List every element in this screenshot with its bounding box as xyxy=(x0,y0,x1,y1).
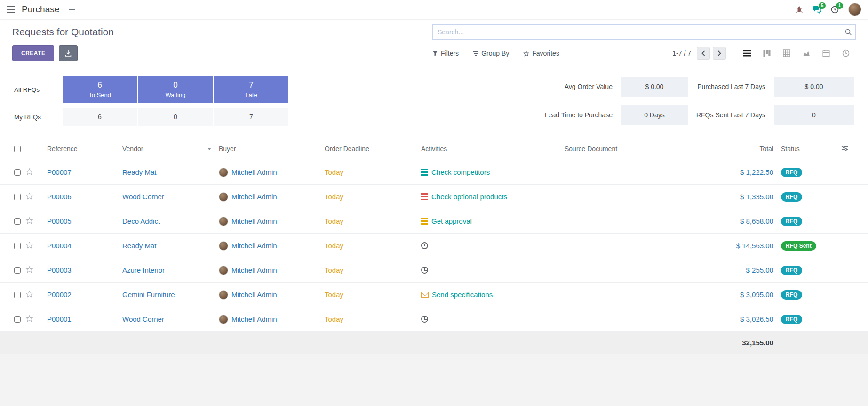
favorites-button[interactable]: Favorites xyxy=(523,49,559,57)
header-order-deadline[interactable]: Order Deadline xyxy=(321,137,417,160)
row-checkbox[interactable] xyxy=(14,292,21,298)
table-row[interactable]: P00004 Ready Mat Mitchell Admin Today $ … xyxy=(0,234,868,258)
list-icon xyxy=(743,49,751,57)
buyer-link[interactable]: Mitchell Admin xyxy=(231,242,277,250)
header-activities[interactable]: Activities xyxy=(417,137,561,160)
calendar-view-button[interactable] xyxy=(816,46,836,61)
reference-link[interactable]: P00007 xyxy=(47,168,72,176)
app-name[interactable]: Purchase xyxy=(22,4,59,15)
vendor-link[interactable]: Azure Interior xyxy=(122,266,165,274)
my-waiting[interactable]: 0 xyxy=(138,108,213,126)
activity-label[interactable]: Check optional products xyxy=(431,193,507,201)
pivot-view-button[interactable] xyxy=(777,46,796,61)
reference-link[interactable]: P00003 xyxy=(47,266,72,274)
activity-clock-icon[interactable] xyxy=(421,267,428,274)
kanban-view-button[interactable] xyxy=(757,46,777,61)
select-all-checkbox[interactable] xyxy=(14,146,21,152)
table-row[interactable]: P00002 Gemini Furniture Mitchell Admin T… xyxy=(0,283,868,307)
activity-envelope-icon[interactable] xyxy=(421,292,429,298)
activity-view-button[interactable] xyxy=(836,46,856,61)
my-to-send[interactable]: 6 xyxy=(63,108,137,126)
avg-order-value: $ 0.00 xyxy=(621,77,688,97)
reference-link[interactable]: P00005 xyxy=(47,217,72,225)
table-row[interactable]: P00007 Ready Mat Mitchell Admin Today Ch… xyxy=(0,160,868,185)
activity-label[interactable]: Get approval xyxy=(431,217,472,225)
source-document-value xyxy=(561,160,688,185)
favorite-star-icon[interactable] xyxy=(25,168,33,176)
create-button[interactable]: CREATE xyxy=(12,45,54,61)
favorite-star-icon[interactable] xyxy=(25,217,33,225)
row-checkbox[interactable] xyxy=(14,218,21,225)
reference-link[interactable]: P00001 xyxy=(47,315,72,323)
favorite-star-icon[interactable] xyxy=(25,192,33,200)
apps-menu-icon[interactable] xyxy=(7,6,15,13)
list-view-button[interactable] xyxy=(737,46,757,61)
favorite-star-icon[interactable] xyxy=(25,266,33,274)
pager-previous-button[interactable] xyxy=(697,47,710,60)
order-deadline-value: Today xyxy=(325,242,343,250)
favorite-star-icon[interactable] xyxy=(25,290,33,298)
filters-button[interactable]: Filters xyxy=(432,49,459,57)
reference-link[interactable]: P00006 xyxy=(47,193,72,201)
user-avatar[interactable] xyxy=(848,3,861,16)
favorite-star-icon[interactable] xyxy=(25,241,33,249)
favorite-star-icon[interactable] xyxy=(25,315,33,323)
header-total[interactable]: Total xyxy=(688,137,777,160)
reference-link[interactable]: P00002 xyxy=(47,291,72,299)
row-checkbox[interactable] xyxy=(14,169,21,176)
group-by-button[interactable]: Group By xyxy=(473,49,509,57)
activity-clock-icon[interactable] xyxy=(421,316,428,323)
activity-label[interactable]: Send specifications xyxy=(432,291,493,299)
optional-columns-button[interactable] xyxy=(837,137,868,160)
buyer-link[interactable]: Mitchell Admin xyxy=(231,291,277,299)
messages-icon[interactable]: 5 xyxy=(812,6,821,14)
kpi-late[interactable]: 7 Late xyxy=(214,76,288,103)
graph-view-button[interactable] xyxy=(796,46,816,61)
table-row[interactable]: P00001 Wood Corner Mitchell Admin Today … xyxy=(0,307,868,332)
total-value: $ 14,563.00 xyxy=(688,234,777,258)
activity-icon[interactable] xyxy=(421,193,428,200)
my-late[interactable]: 7 xyxy=(214,108,288,126)
activities-clock-icon[interactable]: 1 xyxy=(831,6,839,14)
buyer-link[interactable]: Mitchell Admin xyxy=(231,217,277,225)
debug-bug-icon[interactable] xyxy=(796,6,803,13)
vendor-link[interactable]: Wood Corner xyxy=(122,193,164,201)
header-vendor[interactable]: Vendor xyxy=(119,137,215,160)
reference-link[interactable]: P00004 xyxy=(47,242,72,250)
table-row[interactable]: P00003 Azure Interior Mitchell Admin Tod… xyxy=(0,258,868,283)
header-buyer[interactable]: Buyer xyxy=(215,137,321,160)
rfq-list: Reference Vendor Buyer Order Deadline Ac… xyxy=(0,137,868,354)
activity-icon[interactable] xyxy=(421,218,428,225)
row-checkbox[interactable] xyxy=(14,267,21,274)
row-checkbox[interactable] xyxy=(14,194,21,200)
vendor-link[interactable]: Ready Mat xyxy=(122,168,157,176)
activity-label[interactable]: Check competitors xyxy=(431,168,490,176)
vendor-link[interactable]: Gemini Furniture xyxy=(122,291,175,299)
buyer-link[interactable]: Mitchell Admin xyxy=(231,266,277,274)
plus-icon[interactable] xyxy=(69,6,75,13)
row-checkbox[interactable] xyxy=(14,243,21,249)
buyer-avatar xyxy=(219,168,228,177)
table-row[interactable]: P00005 Deco Addict Mitchell Admin Today … xyxy=(0,209,868,234)
row-checkbox[interactable] xyxy=(14,316,21,323)
optional-columns-icon xyxy=(841,145,848,152)
activity-clock-icon[interactable] xyxy=(421,242,428,249)
header-reference[interactable]: Reference xyxy=(43,137,119,160)
header-source-document[interactable]: Source Document xyxy=(561,137,688,160)
buyer-link[interactable]: Mitchell Admin xyxy=(231,193,277,201)
export-button[interactable] xyxy=(59,45,78,61)
buyer-link[interactable]: Mitchell Admin xyxy=(231,168,277,176)
kpi-to-send[interactable]: 6 To Send xyxy=(63,76,137,103)
search-icon[interactable] xyxy=(844,28,852,38)
vendor-link[interactable]: Ready Mat xyxy=(122,242,157,250)
view-switcher xyxy=(737,46,856,61)
vendor-link[interactable]: Deco Addict xyxy=(122,217,160,225)
kpi-waiting[interactable]: 0 Waiting xyxy=(138,76,213,103)
pager-next-button[interactable] xyxy=(713,47,726,60)
vendor-link[interactable]: Wood Corner xyxy=(122,315,164,323)
search-input[interactable] xyxy=(432,24,856,40)
table-row[interactable]: P00006 Wood Corner Mitchell Admin Today … xyxy=(0,185,868,209)
header-status[interactable]: Status xyxy=(777,137,837,160)
activity-icon[interactable] xyxy=(421,169,428,176)
buyer-link[interactable]: Mitchell Admin xyxy=(231,315,277,323)
